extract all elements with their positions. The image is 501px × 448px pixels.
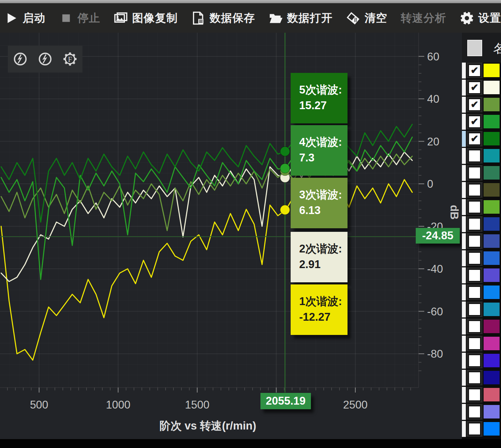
legend-row-18[interactable] [462, 353, 501, 370]
legend-row-1[interactable]: ✔ [462, 63, 501, 80]
row-selector[interactable] [462, 250, 466, 266]
save-data-button[interactable]: 数据保存 [191, 11, 255, 26]
visibility-checkbox[interactable] [468, 388, 481, 401]
checkbox-cell [467, 165, 483, 181]
visibility-checkbox[interactable]: ✔ [468, 81, 481, 94]
scale-tool[interactable]: F [61, 50, 79, 68]
open-data-button[interactable]: 数据打开 [269, 11, 333, 26]
row-selector[interactable] [462, 233, 466, 249]
visibility-checkbox[interactable]: ✔ [468, 64, 481, 77]
tooltip-value: 2.91 [299, 257, 348, 272]
visibility-checkbox[interactable] [468, 149, 481, 162]
cursor-marker-1次谐波[interactable] [280, 205, 290, 215]
copy-image-button[interactable]: 图像复制 [114, 11, 178, 26]
clear-button[interactable]: 清空 [346, 11, 387, 26]
plot-tool-panel: F [8, 46, 82, 73]
checkbox-cell: ✔ [467, 63, 483, 78]
legend-row-19[interactable] [462, 370, 501, 387]
legend-row-9[interactable] [462, 199, 501, 216]
visibility-checkbox[interactable] [468, 201, 481, 214]
legend-row-5[interactable]: ✔ [462, 131, 501, 148]
row-selector[interactable] [462, 97, 466, 113]
legend-row-15[interactable] [462, 302, 501, 319]
legend-row-4[interactable]: ✔ [462, 114, 501, 131]
series-color-swatch [484, 268, 500, 282]
play-icon [4, 11, 18, 25]
checkbox-cell [467, 387, 483, 402]
legend-row-6[interactable] [462, 148, 501, 165]
cursor-marker-5次谐波[interactable] [280, 146, 290, 156]
legend-row-10[interactable] [462, 216, 501, 233]
legend-row-2[interactable]: ✔ [462, 80, 501, 97]
row-selector[interactable] [462, 267, 466, 283]
legend-row-7[interactable] [462, 165, 501, 182]
cursor-tool-2[interactable] [37, 50, 54, 68]
row-selector[interactable] [462, 165, 466, 181]
legend-row-17[interactable] [462, 336, 501, 353]
visibility-checkbox[interactable] [468, 320, 481, 333]
series-color-swatch [484, 303, 500, 316]
visibility-checkbox[interactable] [468, 269, 481, 282]
row-selector[interactable] [462, 131, 466, 147]
row-selector[interactable] [462, 148, 466, 164]
visibility-checkbox[interactable] [468, 371, 481, 384]
stop-button[interactable]: 停止 [59, 11, 100, 26]
row-selector[interactable] [462, 319, 466, 335]
row-selector[interactable] [462, 302, 466, 318]
legend-row-22[interactable] [462, 421, 501, 438]
row-selector[interactable] [462, 404, 466, 420]
start-button[interactable]: 启动 [4, 11, 45, 26]
clock-icon [12, 51, 28, 67]
x-tick-label: 2500 [343, 399, 368, 411]
row-selector[interactable] [462, 114, 466, 130]
cursor-tool-1[interactable] [12, 50, 29, 68]
row-selector[interactable] [462, 216, 466, 232]
legend-row-8[interactable] [462, 182, 501, 199]
visibility-checkbox[interactable]: ✔ [468, 132, 481, 145]
row-selector[interactable] [462, 421, 466, 437]
tooltip-label: 4次谐波: [299, 134, 348, 150]
checkbox-cell [467, 182, 483, 198]
cursor-marker-4次谐波[interactable] [280, 164, 290, 173]
cursor-x-badge[interactable]: 2055.19 [260, 393, 311, 409]
visibility-checkbox[interactable] [468, 405, 481, 418]
visibility-checkbox[interactable] [468, 166, 481, 180]
visibility-checkbox[interactable] [468, 422, 481, 436]
row-selector[interactable] [462, 353, 466, 369]
visibility-checkbox[interactable] [468, 354, 481, 367]
row-selector[interactable] [462, 199, 466, 215]
visibility-checkbox[interactable] [468, 235, 481, 248]
clock-icon [37, 51, 53, 67]
cursor-y-badge[interactable]: -24.85 [416, 228, 460, 244]
visibility-checkbox[interactable] [468, 337, 481, 350]
legend-row-21[interactable] [462, 404, 501, 421]
plot-area[interactable]: 50010001500200025006040200-20-40-60-80 [0, 33, 462, 439]
visibility-checkbox[interactable]: ✔ [468, 115, 481, 128]
series-line-1次谐波 [1, 180, 412, 360]
legend-select-all-checkbox[interactable] [467, 40, 482, 56]
row-selector[interactable] [462, 63, 466, 79]
checkbox-cell [467, 319, 483, 334]
legend-row-20[interactable] [462, 387, 501, 404]
legend-row-3[interactable]: ✔ [462, 97, 501, 114]
legend-row-13[interactable] [462, 267, 501, 284]
visibility-checkbox[interactable] [468, 183, 481, 197]
row-selector[interactable] [462, 370, 466, 386]
visibility-checkbox[interactable] [468, 286, 481, 299]
settings-button[interactable]: 设置 [460, 11, 501, 26]
visibility-checkbox[interactable]: ✔ [468, 98, 481, 111]
speed-analysis-button[interactable]: 转速分析 [401, 11, 446, 26]
visibility-checkbox[interactable] [468, 303, 481, 316]
visibility-checkbox[interactable] [468, 252, 481, 265]
legend-row-12[interactable] [462, 250, 501, 267]
legend-row-16[interactable] [462, 319, 501, 336]
row-selector[interactable] [462, 80, 466, 96]
checkbox-cell [467, 336, 483, 351]
visibility-checkbox[interactable] [468, 218, 481, 231]
row-selector[interactable] [462, 387, 466, 403]
row-selector[interactable] [462, 182, 466, 198]
row-selector[interactable] [462, 336, 466, 352]
legend-row-14[interactable] [462, 284, 501, 302]
row-selector[interactable] [462, 284, 466, 300]
legend-row-11[interactable] [462, 233, 501, 250]
